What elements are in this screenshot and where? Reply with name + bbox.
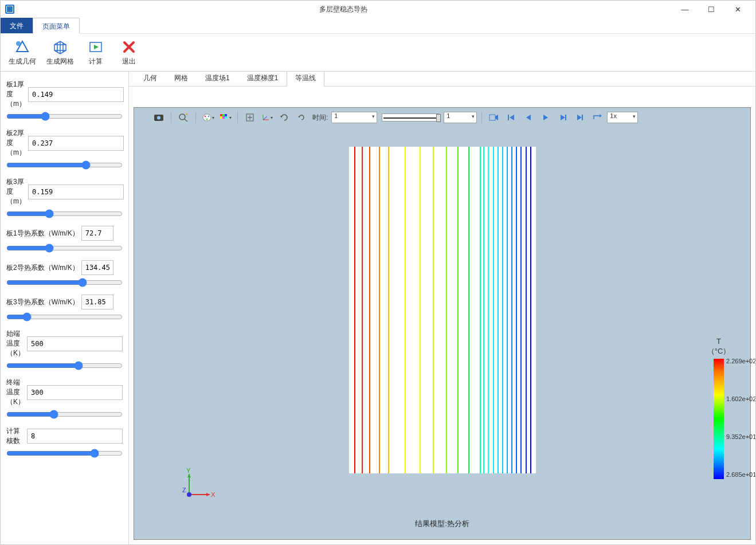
last-frame-icon[interactable]: [573, 111, 587, 124]
viewer[interactable]: ✦ ▾ ▾ ▾ 时间: 1 1: [134, 107, 751, 540]
frame-dropdown[interactable]: 1: [444, 112, 477, 123]
plate2-thickness-slider[interactable]: [6, 161, 123, 169]
svg-marker-39: [187, 474, 191, 477]
axes-dropdown-icon[interactable]: ▾: [260, 111, 275, 124]
plate1-thickness-slider[interactable]: [6, 112, 123, 120]
isoline: [498, 147, 499, 473]
time-slider[interactable]: [382, 113, 439, 121]
close-button[interactable]: ✕: [724, 1, 751, 18]
t-end-slider[interactable]: [6, 410, 123, 418]
next-frame-icon[interactable]: [555, 111, 570, 124]
k1-input[interactable]: [81, 226, 113, 241]
isoline: [446, 147, 447, 473]
svg-marker-3: [94, 45, 99, 49]
isoline: [511, 147, 512, 473]
param-label: 板2厚度（m）: [6, 128, 26, 158]
param-label: 板3导热系数（W/m/K）: [6, 297, 79, 307]
svg-marker-31: [561, 115, 565, 120]
exit-label: 退出: [122, 57, 136, 66]
sidebar: 板1厚度（m） 板2厚度（m） 板3厚度（m）: [1, 72, 129, 544]
generate-geometry-label: 生成几何: [9, 57, 36, 66]
zoom-icon[interactable]: ✦: [176, 111, 191, 124]
cores-slider[interactable]: [6, 449, 123, 457]
maximize-button[interactable]: ☐: [698, 1, 724, 18]
t-start-slider[interactable]: [6, 362, 123, 370]
param-k1: 板1导热系数（W/m/K）: [6, 226, 123, 252]
param-plate3-thickness: 板3厚度（m）: [6, 177, 123, 218]
tab-mesh[interactable]: 网格: [166, 72, 197, 86]
svg-marker-24: [298, 116, 300, 117]
menu-bar: 文件 页面菜单: [1, 18, 755, 34]
legend-tick: 9.352e+01: [726, 433, 755, 440]
isoline: [488, 147, 489, 473]
svg-point-40: [187, 492, 191, 497]
isoline: [405, 147, 406, 473]
view-tabstrip: 几何 网格 温度场1 温度梯度1 等温线: [129, 72, 755, 87]
plate3-thickness-input[interactable]: [28, 185, 124, 199]
record-icon[interactable]: [487, 111, 502, 124]
app-icon: [5, 5, 14, 14]
rotate-icon[interactable]: [277, 111, 292, 124]
generate-mesh-button[interactable]: 生成网格: [44, 37, 76, 68]
viewer-toolbar: ✦ ▾ ▾ ▾ 时间: 1 1: [151, 111, 733, 124]
snapshot-icon[interactable]: [151, 111, 166, 124]
k1-slider[interactable]: [6, 244, 123, 252]
refresh-icon[interactable]: [294, 111, 309, 124]
tab-tempgrad1[interactable]: 温度梯度1: [238, 72, 287, 86]
tab-geometry[interactable]: 几何: [135, 72, 166, 86]
isoline: [457, 147, 459, 473]
palette-icon[interactable]: ▾: [201, 111, 216, 124]
menu-page[interactable]: 页面菜单: [33, 18, 80, 34]
loop-icon[interactable]: [590, 111, 605, 124]
isoline: [354, 147, 355, 473]
param-cores: 计算核数: [6, 426, 123, 457]
plate3-thickness-slider[interactable]: [6, 210, 123, 218]
generate-geometry-button[interactable]: 生成几何: [6, 37, 38, 68]
mesh-icon: [52, 38, 69, 56]
isoline: [480, 147, 481, 473]
k2-slider[interactable]: [6, 279, 123, 287]
svg-rect-14: [222, 114, 225, 116]
svg-text:X: X: [211, 491, 216, 498]
plate2-thickness-input[interactable]: [28, 136, 124, 151]
svg-rect-34: [582, 115, 583, 120]
speed-dropdown[interactable]: 1x: [607, 112, 638, 123]
time-dropdown[interactable]: 1: [331, 112, 377, 123]
svg-marker-35: [600, 114, 602, 117]
axis-gizmo: X Y Z: [182, 468, 211, 497]
minimize-button[interactable]: —: [672, 1, 698, 18]
main-row: 板1厚度（m） 板2厚度（m） 板3厚度（m）: [1, 72, 755, 544]
svg-rect-13: [220, 114, 222, 116]
isoline: [388, 147, 389, 473]
svg-rect-27: [508, 115, 509, 120]
exit-button[interactable]: 退出: [115, 37, 143, 68]
compute-button[interactable]: 计算: [82, 37, 109, 68]
svg-marker-23: [280, 116, 283, 117]
plate1-thickness-input[interactable]: [28, 87, 124, 102]
content-area: 几何 网格 温度场1 温度梯度1 等温线 ✦ ▾ ▾ ▾: [129, 72, 755, 544]
t-end-input[interactable]: [27, 385, 123, 400]
colormap-icon[interactable]: ▾: [218, 111, 233, 124]
fit-view-icon[interactable]: [242, 111, 257, 124]
play-icon[interactable]: [538, 111, 553, 124]
ribbon: 生成几何 生成网格 计算 退出: [1, 34, 755, 72]
isoline: [379, 147, 380, 473]
param-plate1-thickness: 板1厚度（m）: [6, 80, 123, 120]
cores-input[interactable]: [27, 429, 123, 444]
param-label: 计算核数: [6, 426, 25, 446]
k2-input[interactable]: [81, 260, 113, 275]
t-start-input[interactable]: [27, 336, 123, 351]
k3-slider[interactable]: [6, 313, 123, 321]
first-frame-icon[interactable]: [504, 111, 519, 124]
window-title: 多层壁稳态导热: [14, 5, 672, 14]
prev-frame-icon[interactable]: [521, 111, 536, 124]
isoline: [502, 147, 503, 473]
menu-file[interactable]: 文件: [1, 18, 33, 33]
tab-isotherms[interactable]: 等温线: [287, 72, 324, 87]
param-label: 板3厚度（m）: [6, 177, 26, 206]
legend-tick: 1.602e+02: [726, 395, 755, 402]
param-k3: 板3导热系数（W/m/K）: [6, 295, 123, 321]
k3-input[interactable]: [81, 295, 113, 309]
svg-marker-33: [577, 115, 582, 120]
tab-tempfield1[interactable]: 温度场1: [197, 72, 238, 86]
